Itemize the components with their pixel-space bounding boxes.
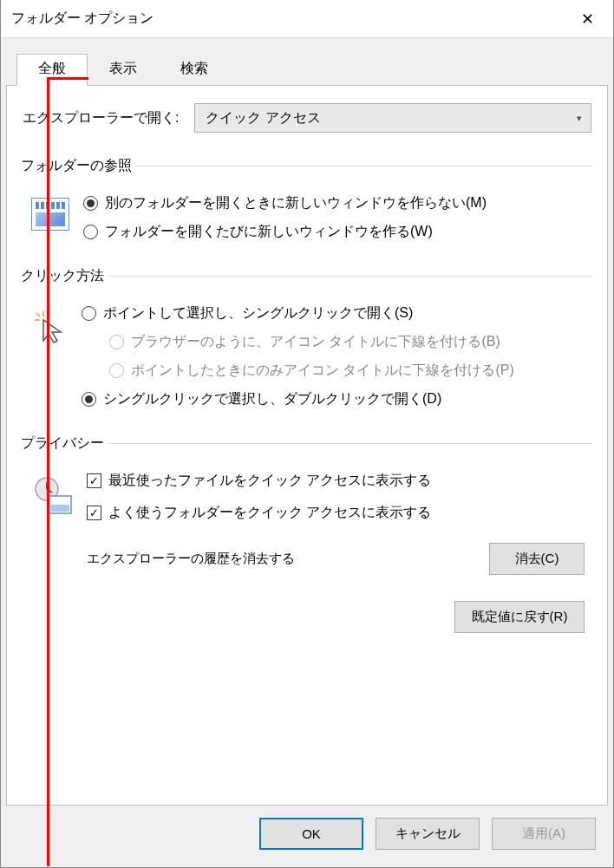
radio-icon — [83, 225, 98, 239]
radio-underline-hover: ポイントしたときにのみアイコン タイトルに下線を付ける(P) — [109, 362, 591, 380]
svg-line-2 — [36, 313, 40, 317]
titlebar: フォルダー オプション ✕ — [1, 0, 613, 38]
radio-single-click[interactable]: ポイントして選択し、シングルクリックで開く(S) — [82, 304, 591, 323]
open-with-row: エクスプローラーで開く: クイック アクセス ▾ — [23, 103, 591, 133]
group-click: クリック方法 — [23, 267, 591, 408]
group-browse-legend: フォルダーの参照 — [21, 157, 137, 175]
radio-double-click[interactable]: シングルクリックで選択し、ダブルクリックで開く(D) — [82, 390, 591, 408]
radio-underline-always: ブラウザーのように、アイコン タイトルに下線を付ける(B) — [109, 333, 591, 351]
group-click-legend: クリック方法 — [21, 267, 109, 285]
tab-view[interactable]: 表示 — [88, 54, 159, 86]
radio-label: フォルダーを開くたびに新しいウィンドウを作る(W) — [105, 223, 433, 241]
radio-icon — [82, 306, 96, 321]
close-button[interactable]: ✕ — [570, 6, 604, 32]
tab-search[interactable]: 検索 — [159, 54, 230, 86]
tabstrip: 全般 表示 検索 — [6, 38, 608, 86]
radio-label: 別のフォルダーを開くときに新しいウィンドウを作らない(M) — [105, 194, 487, 212]
group-privacy-legend: プライバシー — [21, 434, 109, 453]
folder-window-icon — [31, 198, 71, 234]
checkbox-icon — [87, 506, 101, 520]
radio-icon — [109, 335, 124, 349]
tab-label: 全般 — [38, 61, 66, 75]
restore-row: 既定値に戻す(R) — [23, 601, 591, 633]
check-label: よく使うフォルダーをクイック アクセスに表示する — [108, 504, 431, 522]
radio-label: ポイントして選択し、シングルクリックで開く(S) — [103, 304, 413, 323]
dialog-button-bar: OK キャンセル 適用(A) — [6, 806, 608, 862]
combo-value: クイック アクセス — [206, 109, 320, 127]
cancel-button[interactable]: キャンセル — [376, 818, 480, 850]
folder-options-dialog: フォルダー オプション ✕ 全般 表示 検索 エクスプローラーで開く: クイック… — [0, 0, 614, 868]
annotation-line-vertical — [47, 77, 49, 866]
close-icon: ✕ — [581, 10, 594, 29]
ok-button[interactable]: OK — [259, 818, 363, 850]
radio-label: シングルクリックで選択し、ダブルクリックで開く(D) — [103, 390, 441, 408]
radio-browse-new-window[interactable]: フォルダーを開くたびに新しいウィンドウを作る(W) — [83, 223, 591, 241]
tab-label: 表示 — [109, 61, 137, 75]
group-privacy: プライバシー 最近使ったファイ — [23, 434, 591, 575]
cursor-click-icon — [31, 308, 69, 346]
radio-label: ポイントしたときにのみアイコン タイトルに下線を付ける(P) — [131, 362, 514, 380]
tab-label: 検索 — [180, 61, 208, 75]
group-browse: フォルダーの参照 別のフォルダーを開くときに新しいウィンドウを作らない(M) フ… — [23, 157, 591, 241]
dialog-title: フォルダー オプション — [11, 10, 154, 28]
clear-history-label: エクスプローラーの履歴を消去する — [87, 551, 295, 567]
checkbox-icon — [87, 473, 101, 488]
check-label: 最近使ったファイルをクイック アクセスに表示する — [108, 472, 431, 490]
clear-history-row: エクスプローラーの履歴を消去する 消去(C) — [87, 543, 591, 575]
restore-defaults-button[interactable]: 既定値に戻す(R) — [454, 601, 585, 633]
radio-icon — [109, 363, 124, 378]
svg-rect-8 — [50, 505, 69, 512]
client-area: 全般 表示 検索 エクスプローラーで開く: クイック アクセス ▾ フォルダーの… — [1, 38, 613, 867]
open-with-combo[interactable]: クイック アクセス ▾ — [194, 103, 591, 133]
chevron-down-icon: ▾ — [577, 113, 582, 124]
check-recent-files[interactable]: 最近使ったファイルをクイック アクセスに表示する — [87, 472, 591, 490]
radio-browse-same-window[interactable]: 別のフォルダーを開くときに新しいウィンドウを作らない(M) — [83, 194, 591, 212]
tab-panel-general: エクスプローラーで開く: クイック アクセス ▾ フォルダーの参照 別 — [6, 85, 608, 806]
radio-icon — [82, 392, 96, 407]
radio-icon — [83, 196, 98, 211]
apply-button: 適用(A) — [492, 818, 596, 850]
annotation-line-horizontal — [47, 77, 88, 80]
radio-label: ブラウザーのように、アイコン タイトルに下線を付ける(B) — [131, 333, 500, 351]
history-clock-icon — [31, 475, 75, 517]
tab-general[interactable]: 全般 — [16, 54, 88, 86]
check-frequent-folders[interactable]: よく使うフォルダーをクイック アクセスに表示する — [87, 504, 591, 522]
clear-history-button[interactable]: 消去(C) — [489, 543, 585, 575]
